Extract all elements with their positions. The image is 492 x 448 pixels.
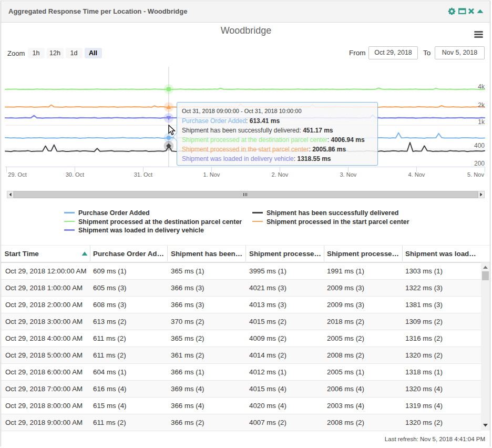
svg-text:1. Nov: 1. Nov	[203, 171, 220, 178]
svg-text:31. Oct: 31. Oct	[134, 171, 152, 178]
svg-text:4. Nov: 4. Nov	[408, 171, 425, 178]
svg-text:30. Oct: 30. Oct	[66, 171, 84, 178]
svg-text:5. Nov: 5. Nov	[467, 171, 484, 178]
svg-text:3. Nov: 3. Nov	[340, 171, 357, 178]
svg-text:29. Oct: 29. Oct	[8, 171, 26, 178]
svg-text:2. Nov: 2. Nov	[272, 171, 289, 178]
svg-text:1k: 1k	[478, 118, 485, 126]
svg-text:2k: 2k	[478, 101, 485, 109]
svg-text:4k: 4k	[478, 83, 485, 90]
svg-text:400: 400	[474, 142, 485, 149]
svg-text:200: 200	[474, 160, 485, 167]
